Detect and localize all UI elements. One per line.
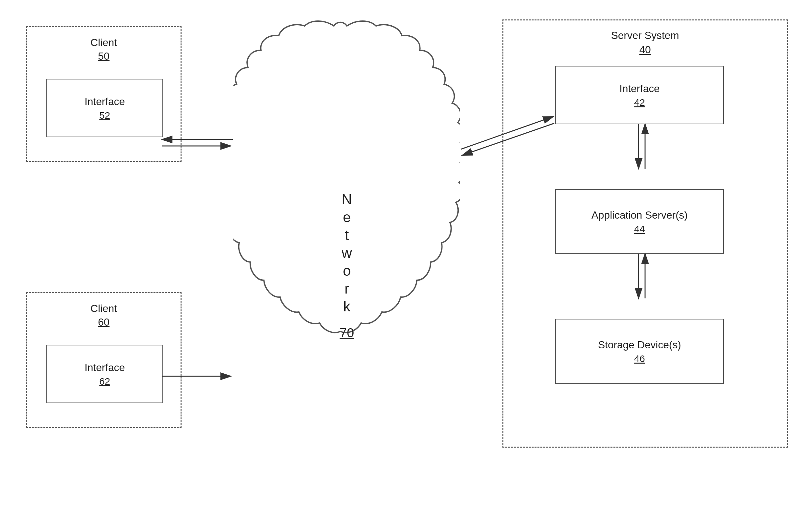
server-interface-number: 42: [634, 97, 645, 108]
svg-text:70: 70: [340, 326, 354, 340]
network-cloud: N e t w o r k 70: [233, 16, 460, 470]
client1-interface-label: Interface: [85, 95, 125, 109]
svg-text:k: k: [343, 298, 351, 314]
app-server-label: Application Server(s): [592, 209, 688, 222]
client2-interface-number: 62: [99, 376, 110, 387]
app-server-box: Application Server(s) 44: [555, 189, 724, 254]
client2-number: 60: [27, 316, 180, 328]
storage-label: Storage Device(s): [598, 338, 681, 352]
client2-box: Client 60 Interface 62: [26, 292, 182, 428]
svg-text:o: o: [343, 263, 351, 278]
svg-text:N: N: [342, 191, 352, 207]
client1-label: Client: [27, 37, 180, 49]
server-interface-box: Interface 42: [555, 66, 724, 124]
diagram-container: Client 50 Interface 52 Client 60 Interfa…: [0, 0, 812, 529]
app-server-number: 44: [634, 224, 645, 234]
server-system-number: 40: [504, 44, 787, 56]
client1-number: 50: [27, 50, 180, 62]
svg-text:w: w: [341, 245, 352, 261]
client2-label: Client: [27, 303, 180, 315]
client1-box: Client 50 Interface 52: [26, 26, 182, 162]
server-interface-label: Interface: [620, 82, 660, 96]
svg-text:e: e: [343, 209, 351, 225]
svg-text:t: t: [345, 227, 349, 243]
server-system-label: Server System: [504, 29, 787, 42]
storage-box: Storage Device(s) 46: [555, 319, 724, 384]
client1-interface-number: 52: [99, 110, 110, 121]
storage-number: 46: [634, 353, 645, 364]
client1-interface-box: Interface 52: [46, 79, 163, 137]
client2-interface-box: Interface 62: [46, 345, 163, 403]
svg-text:r: r: [345, 281, 349, 297]
server-system-box: Server System 40 Interface 42 Applicatio…: [503, 19, 788, 447]
client2-interface-label: Interface: [85, 361, 125, 375]
